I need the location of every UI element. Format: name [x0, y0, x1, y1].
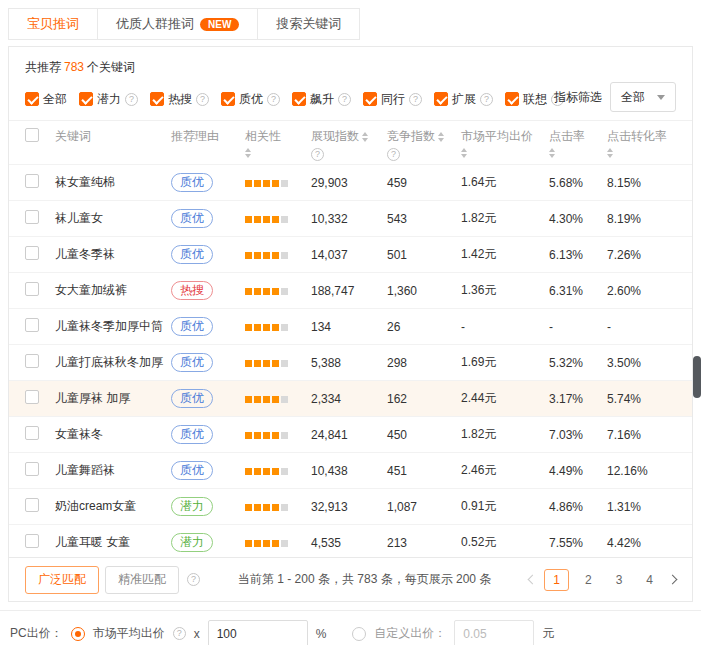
row-checkbox[interactable]	[25, 282, 39, 296]
top-tabs: 宝贝推词 优质人群推词NEW 搜索关键词	[8, 8, 360, 40]
info-icon[interactable]	[338, 93, 351, 106]
impressions-cell: 2,334	[311, 392, 387, 406]
row-checkbox[interactable]	[25, 534, 39, 548]
impressions-cell: 24,841	[311, 428, 387, 442]
market-price-radio[interactable]	[71, 627, 85, 641]
summary-prefix: 共推荐	[25, 60, 61, 74]
sort-icon[interactable]	[245, 148, 251, 158]
sort-icon[interactable]	[549, 148, 555, 158]
filter-item-quality[interactable]: 质优	[221, 91, 280, 108]
page-button-2[interactable]: 2	[577, 570, 600, 590]
filter-item-rising[interactable]: 飙升	[292, 91, 351, 108]
cvr-cell: 2.60%	[607, 284, 679, 298]
metric-filter-select[interactable]: 全部	[610, 82, 676, 112]
keyword-table-body: 袜女童纯棉 质优 29,903 459 1.64元 5.68% 8.15% 袜儿…	[9, 164, 692, 560]
custom-bid-input[interactable]	[454, 620, 534, 645]
competition-cell: 162	[387, 392, 461, 406]
broad-match-button[interactable]: 广泛匹配	[25, 566, 99, 594]
tab-audience-recommend[interactable]: 优质人群推词NEW	[98, 9, 258, 39]
ctr-cell: 4.30%	[549, 212, 607, 226]
competition-cell: 451	[387, 464, 461, 478]
checkbox-icon	[292, 92, 306, 106]
summary-suffix: 个关键词	[87, 60, 135, 74]
info-icon[interactable]	[311, 148, 324, 161]
sort-icon[interactable]	[461, 148, 467, 158]
table-header: 关键词 推荐理由 相关性 展现指数 竞争指数 市场平均出价 点击率 点击转化率	[9, 120, 692, 164]
vertical-scrollbar[interactable]	[693, 356, 701, 398]
row-checkbox[interactable]	[25, 390, 39, 404]
avg-bid-cell: 0.52元	[461, 534, 549, 551]
filter-label: 潜力	[97, 91, 121, 108]
filter-item-expand[interactable]: 扩展	[434, 91, 493, 108]
precise-match-button[interactable]: 精准匹配	[105, 566, 179, 594]
page-button-3[interactable]: 3	[608, 570, 631, 590]
new-badge: NEW	[200, 18, 239, 31]
row-checkbox[interactable]	[25, 246, 39, 260]
keyword-cell: 儿童舞蹈袜	[55, 462, 171, 479]
sort-icon[interactable]	[438, 132, 444, 142]
page-button-4[interactable]: 4	[638, 570, 661, 590]
info-icon[interactable]	[409, 93, 422, 106]
col-keyword: 关键词	[55, 128, 91, 145]
bid-percent-input[interactable]	[208, 620, 308, 645]
info-icon[interactable]	[387, 148, 400, 161]
competition-cell: 213	[387, 536, 461, 550]
cvr-cell: 4.42%	[607, 536, 679, 550]
ctr-cell: 6.13%	[549, 248, 607, 262]
info-icon[interactable]	[125, 93, 138, 106]
row-checkbox[interactable]	[25, 354, 39, 368]
reason-badge: 质优	[171, 461, 213, 480]
reason-badge: 质优	[171, 245, 213, 264]
page-button-1[interactable]: 1	[544, 569, 569, 591]
table-row: 袜儿童女 质优 10,332 543 1.82元 4.30% 8.19%	[9, 200, 692, 236]
row-checkbox[interactable]	[25, 498, 39, 512]
row-checkbox[interactable]	[25, 426, 39, 440]
select-all-checkbox[interactable]	[25, 128, 39, 142]
filter-row: 全部 潜力 热搜 质优 飙升 同行 扩展 联想 指标筛选 全部	[25, 86, 676, 112]
row-checkbox[interactable]	[25, 462, 39, 476]
filter-label: 联想	[523, 91, 547, 108]
info-icon[interactable]	[267, 93, 280, 106]
info-icon[interactable]	[480, 93, 493, 106]
tab-item-recommend[interactable]: 宝贝推词	[9, 9, 98, 39]
custom-price-label: 自定义出价：	[374, 625, 446, 642]
checkbox-icon	[434, 92, 448, 106]
row-checkbox[interactable]	[25, 174, 39, 188]
filter-item-peer[interactable]: 同行	[363, 91, 422, 108]
sort-icon[interactable]	[362, 132, 368, 142]
info-icon[interactable]	[173, 627, 186, 640]
col-competition: 竞争指数	[387, 128, 435, 145]
tab-search-keywords[interactable]: 搜索关键词	[258, 9, 359, 39]
custom-price-radio[interactable]	[352, 627, 366, 641]
info-icon[interactable]	[196, 93, 209, 106]
reason-badge: 质优	[171, 173, 213, 192]
relevance-bars	[245, 360, 288, 367]
impressions-cell: 29,903	[311, 176, 387, 190]
competition-cell: 26	[387, 320, 461, 334]
sort-icon[interactable]	[607, 148, 613, 158]
info-icon[interactable]	[187, 573, 200, 586]
next-page-icon[interactable]	[668, 575, 678, 585]
table-row: 女大童加绒裤 热搜 188,747 1,360 1.36元 6.31% 2.60…	[9, 272, 692, 308]
multiply-label: x	[194, 627, 200, 641]
competition-cell: 450	[387, 428, 461, 442]
row-checkbox[interactable]	[25, 210, 39, 224]
prev-page-icon[interactable]	[528, 575, 538, 585]
tab-label: 宝贝推词	[27, 15, 79, 33]
metric-filter-label: 指标筛选	[554, 89, 602, 106]
filter-item-all[interactable]: 全部	[25, 91, 67, 108]
keyword-cell: 女童袜冬	[55, 426, 171, 443]
filter-item-potential[interactable]: 潜力	[79, 91, 138, 108]
checkbox-icon	[221, 92, 235, 106]
page-summary: 当前第 1 - 200 条，共 783 条，每页展示 200 条	[200, 571, 529, 588]
row-checkbox[interactable]	[25, 318, 39, 332]
market-price-label: 市场平均出价	[93, 625, 165, 642]
checkbox-icon	[505, 92, 519, 106]
table-row: 奶油cream女童 潜力 32,913 1,087 0.91元 4.86% 1.…	[9, 488, 692, 524]
filter-label: 扩展	[452, 91, 476, 108]
keyword-cell: 女大童加绒裤	[55, 282, 171, 299]
cvr-cell: 1.31%	[607, 500, 679, 514]
col-relevance: 相关性	[245, 128, 281, 145]
checkbox-icon	[363, 92, 377, 106]
filter-item-hot-search[interactable]: 热搜	[150, 91, 209, 108]
